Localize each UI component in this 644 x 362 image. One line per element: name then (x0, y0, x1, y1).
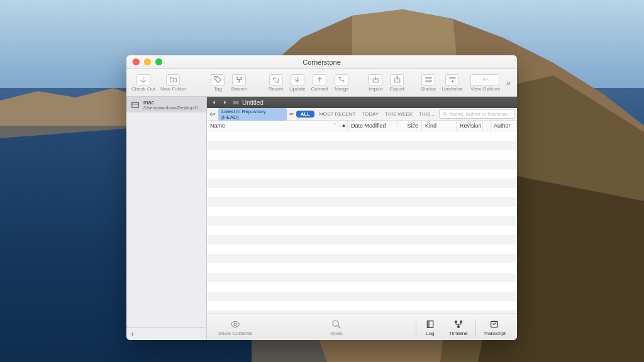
update-button[interactable]: Update (288, 73, 308, 93)
svg-point-18 (460, 321, 462, 323)
list-row (207, 292, 517, 301)
zoom-button[interactable] (155, 58, 162, 65)
col-size[interactable]: Size (398, 121, 422, 131)
close-button[interactable] (133, 58, 140, 65)
list-row (207, 216, 517, 226)
import-label: Import (369, 86, 383, 92)
svg-point-9 (482, 79, 484, 80)
sidebar-item-path: /Users/macdown/Desktop/Untitled (143, 106, 203, 110)
svg-rect-10 (484, 79, 486, 80)
revert-icon (269, 74, 283, 85)
list-row (207, 263, 517, 273)
file-list[interactable] (207, 131, 517, 314)
nav-back-button[interactable] (209, 98, 218, 107)
import-icon (369, 74, 382, 85)
export-button[interactable]: Export (387, 73, 406, 93)
search-field[interactable] (439, 109, 514, 119)
sidebar: mac /Users/macdown/Desktop/Untitled + (126, 97, 207, 340)
unshelve-button[interactable]: Unshelve (440, 73, 464, 93)
timeline-icon (452, 319, 465, 330)
shelve-button[interactable]: Shelve (419, 73, 438, 93)
view-options-button[interactable]: View Options (469, 73, 501, 93)
export-icon (390, 74, 404, 85)
path-title: Untitled (242, 99, 264, 106)
svg-point-2 (241, 77, 242, 78)
log-icon (424, 319, 436, 330)
list-row (207, 244, 517, 254)
tag-button[interactable]: Tag (208, 73, 227, 93)
svg-rect-6 (426, 77, 431, 79)
log-label: Log (426, 331, 434, 336)
merge-button[interactable]: Merge (332, 73, 351, 93)
update-icon (291, 74, 304, 85)
svg-point-3 (238, 81, 240, 82)
update-label: Update (289, 86, 306, 92)
col-kind[interactable]: Kind (422, 121, 457, 131)
svg-point-14 (234, 323, 236, 326)
transcript-label: Transcript (484, 331, 506, 336)
col-author[interactable]: Author (491, 121, 517, 131)
view-options-label: View Options (470, 86, 500, 92)
revert-label: Revert (269, 86, 284, 92)
search-input[interactable] (450, 111, 511, 117)
list-row (207, 301, 517, 310)
checkout-button[interactable]: Check Out (130, 73, 157, 93)
revision-chip[interactable]: Latest in Repository (HEAD) (218, 108, 287, 121)
open-button[interactable]: Open (324, 319, 349, 336)
import-button[interactable]: Import (366, 73, 385, 93)
svg-point-15 (333, 321, 338, 326)
commit-icon (313, 74, 326, 85)
minimize-button[interactable] (144, 58, 151, 65)
shelve-label: Shelve (421, 86, 436, 92)
transcript-button[interactable]: Transcript (477, 319, 512, 336)
svg-point-19 (457, 326, 460, 328)
path-bar: Untitled (207, 97, 517, 108)
svg-rect-11 (132, 102, 139, 107)
transcript-icon (488, 319, 501, 330)
col-revision[interactable]: Revision (457, 121, 483, 131)
working-copy-icon (130, 100, 140, 110)
filter-most-recent[interactable]: MOST RECENT (317, 111, 357, 118)
timeline-button[interactable]: Timeline (443, 319, 474, 336)
sidebar-item-working-copy[interactable]: mac /Users/macdown/Desktop/Untitled (126, 97, 206, 112)
branch-icon (232, 74, 246, 85)
list-row (207, 178, 517, 188)
list-row (207, 197, 517, 207)
list-row (207, 235, 517, 244)
add-source-button[interactable]: + (130, 330, 135, 339)
col-date[interactable]: Date Modified (348, 121, 398, 131)
shelve-icon (421, 74, 435, 85)
filter-this[interactable]: THIS... (417, 111, 436, 118)
show-contents-button[interactable]: Show Contents (212, 319, 258, 336)
col-status[interactable]: ● (340, 121, 348, 131)
log-button[interactable]: Log (418, 319, 443, 336)
view-options-icon (470, 74, 499, 85)
revert-button[interactable]: Revert (267, 73, 286, 93)
list-row (207, 226, 517, 235)
filter-today[interactable]: TODAY (360, 111, 380, 118)
col-lock[interactable] (483, 121, 491, 131)
toolbar-overflow[interactable]: » (504, 78, 513, 87)
svg-rect-16 (427, 321, 433, 327)
new-folder-label: New Folder (160, 86, 186, 92)
search-icon (442, 111, 448, 117)
filter-this-week[interactable]: THIS WEEK (383, 111, 414, 118)
filter-all[interactable]: ALL (296, 111, 315, 118)
sidebar-item-name: mac (143, 99, 203, 106)
equals-icon: ⇄ (289, 111, 294, 117)
unshelve-label: Unshelve (441, 86, 462, 92)
col-name[interactable]: Name˄ (207, 121, 340, 131)
branch-button[interactable]: Branch (230, 73, 248, 93)
branch-label: Branch (231, 86, 247, 92)
titlebar[interactable]: Cornerstone (126, 55, 517, 69)
list-row (207, 141, 517, 150)
revision-dropdown-icon[interactable]: ⊕▾ (209, 112, 216, 117)
list-row (207, 150, 517, 160)
filter-bar: ⊕▾ Latest in Repository (HEAD) ⇄ ALL MOS… (207, 108, 517, 121)
nav-forward-button[interactable] (221, 98, 230, 107)
commit-button[interactable]: Commit (309, 73, 330, 93)
checkout-icon (136, 74, 150, 85)
svg-point-0 (216, 77, 216, 78)
folder-plus-icon (166, 74, 180, 85)
new-folder-button[interactable]: New Folder (159, 73, 187, 93)
